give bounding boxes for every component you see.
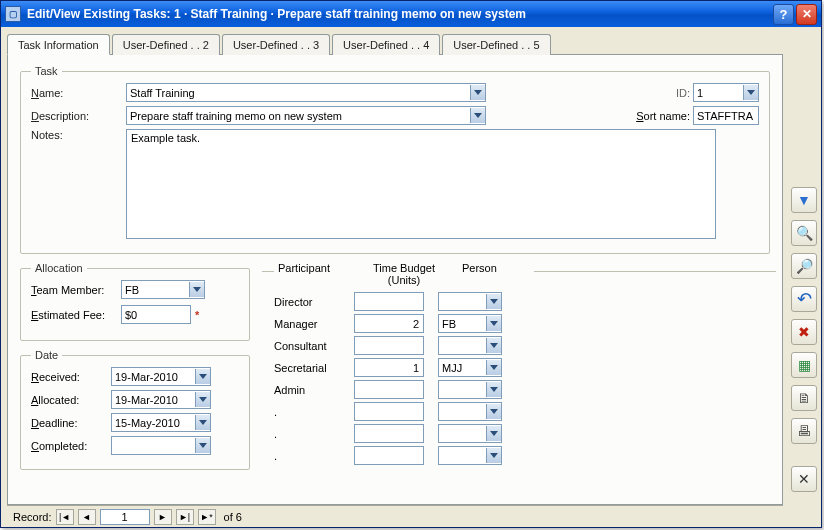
description-combo[interactable]: Prepare staff training memo on new syste… [126, 106, 486, 125]
id-combo[interactable]: 1 [693, 83, 759, 102]
person-combo[interactable] [438, 446, 502, 465]
time-budget-field[interactable]: 1 [354, 358, 424, 377]
magnifier-icon: 🔎 [796, 258, 813, 274]
allocated-date[interactable]: 19-Mar-2010 [111, 390, 211, 409]
chevron-down-icon [486, 316, 501, 331]
printer-icon: 🖶 [797, 423, 811, 439]
person-combo[interactable] [438, 292, 502, 311]
chevron-down-icon [189, 282, 204, 297]
nav-first-button[interactable]: |◄ [56, 509, 74, 525]
person-combo[interactable]: MJJ [438, 358, 502, 377]
binoculars-icon: 🔍 [796, 225, 813, 241]
timebudget-col-label: Time Budget (Units) [354, 262, 454, 286]
window-title: Edit/View Existing Tasks: 1 · Staff Trai… [27, 7, 773, 21]
chevron-down-icon [486, 382, 501, 397]
group-allocation-legend: Allocation [31, 262, 87, 274]
participant-label: Director [274, 296, 354, 308]
record-number-field[interactable]: 1 [100, 509, 150, 525]
dialog-window: ▢ Edit/View Existing Tasks: 1 · Staff Tr… [0, 0, 822, 528]
help-button[interactable]: ? [773, 4, 794, 25]
delete-button[interactable]: ✖ [791, 319, 817, 345]
nav-last-button[interactable]: ►| [176, 509, 194, 525]
tab-user-defined-3[interactable]: User-Defined . . 3 [222, 34, 330, 55]
team-member-combo[interactable]: FB [121, 280, 205, 299]
time-budget-field[interactable] [354, 424, 424, 443]
name-label: Name: [31, 87, 126, 99]
deadline-label: Deadline: [31, 417, 111, 429]
estimated-fee-label: Estimated Fee: [31, 309, 121, 321]
description-value: Prepare staff training memo on new syste… [130, 110, 468, 122]
notes-textarea[interactable]: Example task. [126, 129, 716, 239]
record-navigator: Record: |◄ ◄ 1 ► ►| ►* of 6 [7, 505, 783, 527]
id-label: ID: [676, 87, 690, 99]
filter-button[interactable]: ▼ [791, 187, 817, 213]
team-member-value: FB [125, 284, 187, 296]
chevron-down-icon [470, 85, 485, 100]
person-combo[interactable] [438, 402, 502, 421]
zoom-button[interactable]: 🔎 [791, 253, 817, 279]
completed-label: Completed: [31, 440, 111, 452]
time-budget-field[interactable]: 2 [354, 314, 424, 333]
person-combo[interactable]: FB [438, 314, 502, 333]
received-date[interactable]: 19-Mar-2010 [111, 367, 211, 386]
participant-row: . [268, 446, 770, 465]
undo-button[interactable]: ↶ [791, 286, 817, 312]
find-button[interactable]: 🔍 [791, 220, 817, 246]
time-budget-field[interactable] [354, 292, 424, 311]
completed-date[interactable] [111, 436, 211, 455]
form-icon: ▢ [5, 6, 21, 22]
datasheet-icon: ▦ [798, 357, 811, 373]
participants-header: Participant Time Budget (Units) Person [268, 262, 770, 286]
nav-next-button[interactable]: ► [154, 509, 172, 525]
participant-row: . [268, 424, 770, 443]
id-value: 1 [697, 87, 741, 99]
participant-label: . [274, 428, 354, 440]
participant-row: Manager 2 FB [268, 314, 770, 333]
time-budget-field[interactable] [354, 402, 424, 421]
chevron-down-icon [486, 404, 501, 419]
delete-icon: ✖ [798, 324, 810, 340]
participants-area: Participant Time Budget (Units) Person D… [268, 262, 770, 478]
close-form-button[interactable]: ✕ [791, 466, 817, 492]
participant-label: . [274, 406, 354, 418]
participant-label: Manager [274, 318, 354, 330]
print-button[interactable]: 🖶 [791, 418, 817, 444]
deadline-date[interactable]: 15-May-2010 [111, 413, 211, 432]
time-budget-field[interactable] [354, 446, 424, 465]
name-combo[interactable]: Staff Training [126, 83, 486, 102]
person-combo[interactable] [438, 424, 502, 443]
page-icon: 🗎 [797, 390, 811, 406]
group-task: Task Name: Staff Training ID: 1 [20, 65, 770, 254]
tab-user-defined-4[interactable]: User-Defined . . 4 [332, 34, 440, 55]
participant-label: Consultant [274, 340, 354, 352]
group-task-legend: Task [31, 65, 62, 77]
datasheet-button[interactable]: ▦ [791, 352, 817, 378]
person-combo[interactable] [438, 380, 502, 399]
preview-button[interactable]: 🗎 [791, 385, 817, 411]
group-date: Date Received: 19-Mar-2010 Allocated: [20, 349, 250, 470]
sortname-value: STAFFTRA [697, 110, 753, 122]
chevron-down-icon [486, 338, 501, 353]
sortname-label: Sort name: [636, 110, 690, 122]
record-label: Record: [13, 511, 52, 523]
tab-task-information[interactable]: Task Information [7, 34, 110, 55]
nav-new-button[interactable]: ►* [198, 509, 216, 525]
titlebar: ▢ Edit/View Existing Tasks: 1 · Staff Tr… [1, 1, 821, 27]
person-combo[interactable] [438, 336, 502, 355]
tab-user-defined-2[interactable]: User-Defined . . 2 [112, 34, 220, 55]
time-budget-field[interactable] [354, 336, 424, 355]
received-label: Received: [31, 371, 111, 383]
estimated-fee-field[interactable]: $0 [121, 305, 191, 324]
time-budget-field[interactable] [354, 380, 424, 399]
participant-row: . [268, 402, 770, 421]
participant-row: Director [268, 292, 770, 311]
participant-label: Admin [274, 384, 354, 396]
participant-label: Secretarial [274, 362, 354, 374]
tab-user-defined-5[interactable]: User-Defined . . 5 [442, 34, 550, 55]
name-value: Staff Training [130, 87, 468, 99]
sortname-field[interactable]: STAFFTRA [693, 106, 759, 125]
participant-label: . [274, 450, 354, 462]
window-close-button[interactable]: ✕ [796, 4, 817, 25]
chevron-down-icon [486, 294, 501, 309]
nav-prev-button[interactable]: ◄ [78, 509, 96, 525]
